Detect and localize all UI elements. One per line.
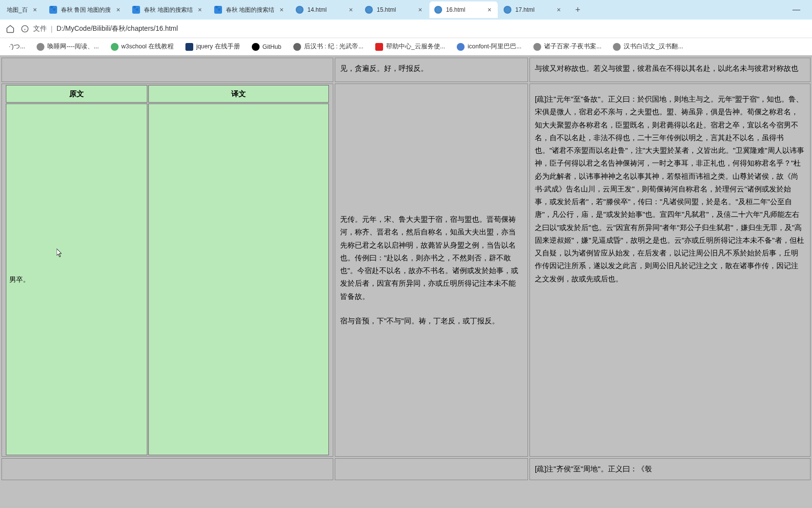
inner-table: 原文 译文 男卒。 [5,84,330,456]
bookmark-label: 后汉书 : 纪 : 光武帝... [304,42,364,51]
browser-chrome: 地图_百 × 春秋 鲁国 地图的搜 × 春秋 地图的搜索结 × 春秋 地图的搜索… [0,0,812,56]
bookmark-6[interactable]: 帮助中心_云服务使... [370,41,450,53]
bookmark-5[interactable]: 后汉书 : 纪 : 光武帝... [288,41,368,53]
cell-translation-text [148,104,329,455]
bookmark-label: GitHub [263,43,282,50]
bookmark-label: w3school 在线教程 [122,42,174,51]
cell-right: [疏]注"元年"至"备故"。正义曰：於伿国地，则地主与之。元年"盟于宿"，知也。… [529,84,811,457]
cell-bot-right: [疏]注"齐侯"至"周地"。正义曰：《彀 [529,458,811,480]
cell-top-mid: 见，贪遍反。好，呼报反。 [335,58,528,82]
paragraph: 宿与音预，下"不与"同。祷，丁老反，或丁报反。 [340,315,523,327]
bookmark-label: jquery 在线手册 [196,42,240,51]
url-scheme-label: 文件 [33,24,47,33]
bookmark-icon [533,43,541,51]
bookmark-icon [252,43,260,51]
bookmark-icon [293,43,301,51]
favicon-globe [296,6,304,14]
url-separator: | [51,25,53,33]
home-icon[interactable] [6,24,15,33]
url-box[interactable]: 文件 | D:/MyCode/Bilibili/春秋/chapters/16.h… [20,24,806,33]
tab-5[interactable]: 15.html × [360,1,428,18]
cell-bot-left [1,458,333,480]
table-row: 见，贪遍反。好，呼报反。 与彼又对称故也。若义与彼盟，彼君虽在不得以其名赴，以此… [1,58,811,82]
bookmark-8[interactable]: 诸子百家·子夜书案... [528,41,607,53]
bookmark-icon [457,43,465,51]
bookmark-label: iconfont-阿里巴巴... [467,42,521,51]
bookmark-label: 唤睡网----阅读、... [47,42,99,51]
bookmark-icon [375,43,383,51]
new-tab-button[interactable]: + [571,3,585,17]
favicon-globe [504,6,511,14]
tab-7[interactable]: 17.html × [499,1,567,18]
favicon-paw [214,6,222,14]
table-row: [疏]注"齐侯"至"周地"。正义曰：《彀 [1,458,811,480]
close-icon[interactable]: × [197,6,203,13]
tab-1[interactable]: 春秋 鲁国 地图的搜 × [44,1,127,18]
window-controls: — [792,5,810,14]
tab-0[interactable]: 地图_百 × [2,1,43,18]
cell-top-right: 与彼又对称故也。若义与彼盟，彼君虽在不得以其名赴，以此名未与彼君对称故也 [529,58,811,82]
bookmark-label: 诸子百家·子夜书案... [544,42,602,51]
bookmark-9[interactable]: 汉书白话文_汉书翻... [608,41,688,53]
cell-left: 原文 译文 男卒。 [1,84,333,457]
close-icon[interactable]: × [32,6,39,13]
tab-title: 春秋 地图的搜索结 [144,6,192,14]
bookmark-label: ·')つ... [9,42,25,51]
tab-6-active[interactable]: 16.html × [429,1,498,18]
close-icon[interactable]: × [115,6,122,13]
text-fragment: 见，贪遍反。好，呼报反。 [340,64,428,72]
cell-top-left [1,58,333,82]
bookmark-icon [111,43,119,51]
bookmark-0[interactable]: ·')つ... [4,41,30,53]
close-icon[interactable]: × [555,6,562,13]
table-row: 原文 译文 [6,85,329,103]
tab-title: 17.html [515,6,551,13]
minimize-button[interactable]: — [792,5,800,14]
favicon-paw [132,6,140,14]
favicon-paw [49,6,57,14]
favicon-globe [434,6,442,14]
favicon-globe [365,6,373,14]
bookmark-4[interactable]: GitHub [247,41,286,53]
bookmark-7[interactable]: iconfont-阿里巴巴... [452,41,526,53]
cell-mid: 无传。元年，宋、鲁大夫盟于宿，宿与盟也。晋荀偃祷河，称齐、晋君名，然后自称名，知… [335,84,528,457]
table-row: 原文 译文 男卒。 无传。元年，宋、鲁大夫盟于宿，宿与盟也。晋荀偃祷河，称齐、晋… [1,84,811,457]
tab-title: 春秋 地图的搜索结 [226,6,274,14]
cell-bot-mid [335,458,528,480]
address-bar: 文件 | D:/MyCode/Bilibili/春秋/chapters/16.h… [0,20,812,38]
tab-title: 16.html [446,6,482,13]
text-fragment: 与彼又对称故也。若义与彼盟，彼君虽在不得以其名赴，以此名未与彼君对称故也 [535,64,798,72]
bookmarks-bar: ·')つ... 唤睡网----阅读、... w3school 在线教程 jque… [0,38,812,56]
header-original: 原文 [6,85,147,103]
bookmark-icon [613,43,621,51]
bookmark-icon [185,43,193,51]
info-icon[interactable] [20,24,29,33]
bookmark-1[interactable]: 唤睡网----阅读、... [32,41,103,53]
bookmark-icon [37,43,44,51]
tab-title: 15.html [377,6,413,13]
paragraph: 无传。元年，宋、鲁大夫盟于宿，宿与盟也。晋荀偃祷河，称齐、晋君名，然后自称名，知… [340,213,523,303]
tab-title: 14.html [307,6,344,13]
close-icon[interactable]: × [347,6,354,13]
tab-3[interactable]: 春秋 地图的搜索结 × [209,1,290,18]
tab-title: 春秋 鲁国 地图的搜 [61,6,111,14]
table-row: 男卒。 [6,104,329,455]
bookmark-3[interactable]: jquery 在线手册 [181,41,245,53]
commentary-text: [疏]注"元年"至"备故"。正义曰：於伿国地，则地主与之。元年"盟于宿"，知也。… [535,95,804,283]
tab-bar: 地图_百 × 春秋 鲁国 地图的搜 × 春秋 地图的搜索结 × 春秋 地图的搜索… [0,0,812,20]
tab-4[interactable]: 14.html × [291,1,359,18]
main-table: 见，贪遍反。好，呼报反。 与彼又对称故也。若义与彼盟，彼君虽在不得以其名赴，以此… [0,56,812,482]
close-icon[interactable]: × [486,6,493,13]
text-fragment: [疏]注"齐侯"至"周地"。正义曰：《彀 [535,465,652,473]
bookmark-2[interactable]: w3school 在线教程 [106,41,179,53]
bookmark-label: 帮助中心_云服务使... [386,42,445,51]
tab-2[interactable]: 春秋 地图的搜索结 × [127,1,208,18]
page-content[interactable]: 见，贪遍反。好，呼报反。 与彼又对称故也。若义与彼盟，彼君虽在不得以其名赴，以此… [0,56,812,508]
bookmark-label: 汉书白话文_汉书翻... [624,42,683,51]
close-icon[interactable]: × [278,6,285,13]
tab-title: 地图_百 [7,6,28,14]
url-path: D:/MyCode/Bilibili/春秋/chapters/16.html [57,24,178,33]
cell-original-text: 男卒。 [6,104,147,455]
header-translation: 译文 [148,85,329,103]
close-icon[interactable]: × [417,6,424,13]
